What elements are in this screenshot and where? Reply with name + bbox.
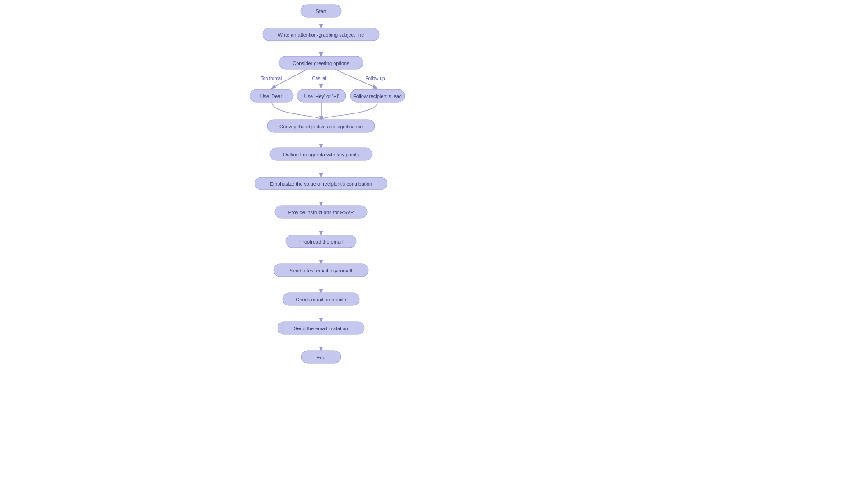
svg-text:Follow-up: Follow-up (365, 76, 385, 81)
svg-text:Emphasize the value of recipie: Emphasize the value of recipient's contr… (270, 181, 373, 187)
svg-text:Follow recipient's lead: Follow recipient's lead (353, 94, 402, 99)
svg-text:Use 'Dear': Use 'Dear' (260, 94, 283, 99)
svg-text:Start: Start (316, 9, 326, 14)
svg-text:Consider greeting options: Consider greeting options (292, 61, 349, 66)
svg-text:Use 'Hey' or 'Hi': Use 'Hey' or 'Hi' (304, 94, 339, 99)
svg-text:Outline the agenda with key po: Outline the agenda with key points (283, 152, 359, 157)
svg-text:Proofread the email: Proofread the email (299, 239, 343, 244)
svg-text:Send a test email to yourself: Send a test email to yourself (290, 268, 353, 273)
svg-text:Convey the objective and signi: Convey the objective and significance (279, 124, 363, 129)
flowchart-diagram: Start Write an attention-grabbing subjec… (0, 0, 868, 488)
svg-text:Send the email invitation: Send the email invitation (294, 326, 348, 331)
svg-text:End: End (316, 355, 326, 360)
svg-text:Casual: Casual (312, 76, 326, 81)
svg-text:Too formal: Too formal (261, 76, 282, 81)
svg-text:Provide instructions for RSVP: Provide instructions for RSVP (288, 210, 354, 215)
svg-text:Check email on mobile: Check email on mobile (296, 297, 346, 302)
svg-text:Write an attention-grabbing su: Write an attention-grabbing subject line (278, 32, 364, 38)
